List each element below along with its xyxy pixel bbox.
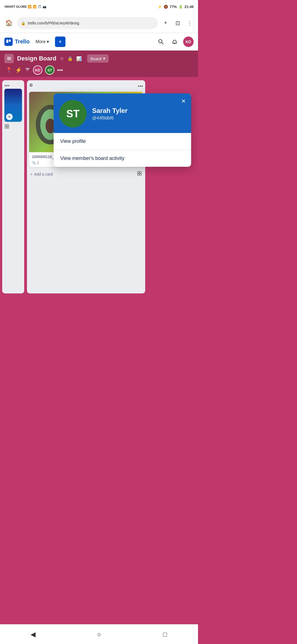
browser-url-bar[interactable]: 🔒 trello.com/b/P60aUwyW/desig	[17, 17, 158, 29]
battery-text: 77%	[170, 5, 177, 9]
svg-rect-0	[6, 40, 8, 43]
add-card-label: Add a card	[34, 172, 53, 176]
card-1-image: +	[4, 89, 22, 122]
mute-icon: 🔕	[164, 5, 168, 9]
attachment-count: 1	[37, 161, 39, 165]
svg-rect-32	[140, 174, 141, 175]
svg-rect-29	[138, 171, 139, 173]
board-content: ••• + D •••	[0, 77, 198, 297]
column-1-menu[interactable]: •••	[4, 83, 22, 89]
chevron-down-icon: ▾	[47, 39, 49, 44]
column-1-template-icon[interactable]	[4, 124, 9, 130]
popup-header: ST Sarah Tyler @44f9dbf6 ✕	[54, 93, 191, 133]
column-2-menu[interactable]: •••	[138, 84, 143, 89]
add-card-button[interactable]: + Add a card	[29, 169, 143, 179]
browser-actions: + ⊡ ⋮	[161, 18, 195, 28]
automation-icon[interactable]: 📍	[6, 67, 12, 73]
back-button[interactable]: ◀	[22, 628, 44, 641]
popup-member-username: @44f9dbf6	[92, 116, 186, 121]
browser-more-button[interactable]: ⋮	[185, 18, 195, 28]
url-security-icon: 🔒	[21, 21, 26, 25]
wifi-icon: 🎵	[38, 5, 42, 9]
create-button[interactable]: +	[55, 37, 65, 47]
browser-home-button[interactable]: 🏠	[3, 18, 14, 29]
carrier-text: SMART GLOBE	[4, 5, 27, 8]
time-display: 21:48	[185, 5, 194, 9]
bluetooth-icon: ⚡	[158, 5, 162, 9]
attachment-icon: 📎	[32, 161, 36, 165]
column-2-title: D	[29, 83, 33, 87]
column-2-template-icon[interactable]	[137, 171, 142, 177]
column-2-header: D •••	[29, 83, 143, 90]
status-carrier: SMART GLOBE 📶 📶 🎵 📷	[4, 5, 46, 9]
svg-rect-5	[7, 58, 11, 59]
board-title: Design Board	[17, 55, 56, 62]
svg-point-2	[159, 40, 162, 43]
card-1-add-button[interactable]: +	[6, 113, 13, 120]
more-label: More	[35, 39, 45, 44]
svg-rect-1	[9, 40, 11, 42]
popup-body: View profile View member's board activit…	[54, 133, 191, 167]
svg-rect-6	[7, 59, 11, 60]
member-avatar-st[interactable]: ST	[45, 65, 54, 75]
view-board-activity-button[interactable]: View member's board activity	[54, 150, 191, 167]
sidebar-toggle-button[interactable]	[4, 54, 14, 63]
url-text: trello.com/b/P60aUwyW/desig	[28, 21, 79, 25]
trello-logo-text: Trello	[15, 38, 29, 45]
popup-member-avatar: ST	[59, 100, 87, 127]
signal-bars: 📶	[33, 5, 37, 9]
svg-line-3	[162, 43, 163, 44]
column-1: ••• +	[2, 80, 24, 293]
board-header: Design Board ☆ 🔒 📊 Board ▾ 📍 ⚡ KD ST •••	[0, 51, 198, 77]
camera-icon: 📷	[43, 5, 46, 9]
search-button[interactable]	[156, 37, 166, 47]
recents-button[interactable]: □	[154, 628, 176, 641]
member-popup: ST Sarah Tyler @44f9dbf6 ✕ View profile …	[54, 93, 191, 167]
browser-bar: 🏠 🔒 trello.com/b/P60aUwyW/desig + ⊡ ⋮	[0, 13, 198, 33]
board-star-icon[interactable]: ☆	[60, 55, 64, 62]
svg-rect-11	[7, 124, 9, 126]
page-bottom-spacer	[0, 407, 198, 429]
view-profile-button[interactable]: View profile	[54, 133, 191, 150]
status-right-section: ⚡ 🔕 77% 🔋 21:48	[158, 5, 194, 9]
board-background-filler	[0, 297, 198, 407]
trello-nav: Trello More ▾ + KD	[0, 33, 198, 51]
notifications-button[interactable]	[169, 37, 180, 47]
more-button[interactable]: More ▾	[33, 37, 51, 46]
svg-rect-4	[7, 57, 11, 58]
popup-close-button[interactable]: ✕	[179, 97, 188, 106]
board-header-actions: 📍 ⚡ KD ST •••	[4, 65, 194, 75]
filter-icon[interactable]	[25, 67, 30, 74]
user-avatar-kd[interactable]: KD	[183, 37, 194, 47]
popup-user-info: Sarah Tyler @44f9dbf6	[92, 107, 186, 121]
board-header-top: Design Board ☆ 🔒 📊 Board ▾	[4, 54, 194, 63]
svg-rect-10	[5, 124, 7, 126]
board-overflow-button[interactable]: •••	[57, 67, 63, 73]
add-card-plus-icon: +	[30, 172, 32, 176]
signal-icon: 📶	[28, 5, 32, 9]
home-button[interactable]: ○	[88, 628, 110, 641]
power-up-icon[interactable]: ⚡	[15, 67, 22, 73]
board-view-label: Board	[90, 56, 101, 61]
tabs-button[interactable]: ⊡	[173, 18, 183, 28]
member-avatar-kd[interactable]: KD	[33, 65, 42, 75]
trello-logo[interactable]: Trello	[4, 38, 29, 46]
add-tab-button[interactable]: +	[161, 18, 170, 28]
trello-logo-icon	[4, 38, 13, 46]
card-1[interactable]: +	[4, 89, 22, 122]
board-view-button[interactable]: Board ▾	[87, 54, 109, 63]
svg-rect-30	[140, 171, 141, 173]
battery-icon: 🔋	[178, 5, 183, 9]
board-chart-icon: 📊	[76, 56, 82, 61]
board-lock-icon: 🔒	[67, 56, 73, 61]
svg-rect-12	[5, 127, 7, 128]
popup-member-name: Sarah Tyler	[92, 107, 186, 115]
board-view-chevron: ▾	[103, 56, 105, 61]
svg-rect-31	[138, 174, 139, 175]
status-bar: SMART GLOBE 📶 📶 🎵 📷 ⚡ 🔕 77% 🔋 21:48	[0, 0, 198, 13]
svg-rect-13	[7, 127, 9, 128]
column-1-footer	[4, 124, 22, 130]
bottom-nav: ◀ ○ □	[0, 624, 198, 644]
